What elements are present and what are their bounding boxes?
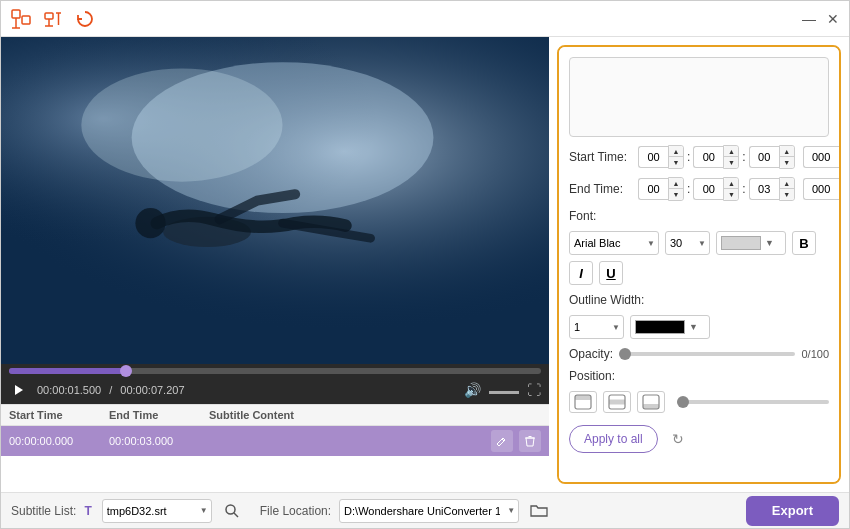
toolbar-icon-3[interactable] — [73, 7, 97, 31]
end-sec[interactable] — [749, 178, 779, 200]
start-ms-up[interactable]: ▲ — [840, 146, 841, 157]
progress-thumb — [120, 365, 132, 377]
start-hour[interactable] — [638, 146, 668, 168]
toolbar-icon-2[interactable] — [41, 7, 65, 31]
outline-row: 1 ▼ ▼ — [569, 315, 829, 339]
time-display: 00:00:01.500 — [37, 384, 101, 396]
end-time-row: End Time: ▲ ▼ : ▲ ▼ — [569, 177, 829, 201]
start-min-up[interactable]: ▲ — [724, 146, 738, 157]
left-panel: 00:00:01.500 / 00:00:07.207 🔊 ▬▬▬ ⛶ Star… — [1, 37, 549, 492]
svg-point-13 — [81, 68, 282, 181]
italic-button[interactable]: I — [569, 261, 593, 285]
opacity-slider[interactable] — [619, 352, 795, 356]
position-row — [569, 391, 829, 413]
svg-line-27 — [234, 513, 238, 517]
end-hour[interactable] — [638, 178, 668, 200]
position-mid-btn[interactable] — [603, 391, 631, 413]
close-button[interactable]: ✕ — [825, 11, 841, 27]
position-label: Position: — [569, 369, 829, 383]
subtitle-edit-btn[interactable] — [491, 430, 513, 452]
end-hour-down[interactable]: ▼ — [669, 189, 683, 200]
start-ms[interactable] — [803, 146, 839, 168]
progress-bar[interactable] — [9, 368, 541, 374]
end-hour-up[interactable]: ▲ — [669, 178, 683, 189]
total-time: 00:00:07.207 — [120, 384, 184, 396]
play-button[interactable] — [9, 380, 29, 400]
svg-rect-23 — [609, 400, 625, 405]
apply-row: Apply to all ↻ — [569, 425, 829, 453]
start-min[interactable] — [693, 146, 723, 168]
svg-point-26 — [226, 505, 235, 514]
file-path-select[interactable]: D:\Wondershare UniConverter 13\SubEdite.… — [339, 499, 519, 523]
col-end-time: End Time — [109, 409, 209, 421]
start-ms-down[interactable]: ▼ — [840, 157, 841, 168]
volume-slider-area[interactable]: ▬▬▬ — [489, 385, 519, 396]
export-button[interactable]: Export — [746, 496, 839, 526]
font-size-select[interactable]: 30 — [665, 231, 710, 255]
end-ms[interactable] — [803, 178, 839, 200]
end-min-up[interactable]: ▲ — [724, 178, 738, 189]
search-button[interactable] — [220, 499, 244, 523]
end-ms-up[interactable]: ▲ — [840, 178, 841, 189]
font-color-picker[interactable]: ▼ — [716, 231, 786, 255]
svg-rect-21 — [575, 395, 591, 400]
start-sec[interactable] — [749, 146, 779, 168]
folder-button[interactable] — [527, 499, 551, 523]
opacity-label: Opacity: — [569, 347, 613, 361]
end-ms-down[interactable]: ▼ — [840, 189, 841, 200]
toolbar-icon-1[interactable] — [9, 7, 33, 31]
start-min-down[interactable]: ▼ — [724, 157, 738, 168]
title-bar-right: — ✕ — [801, 11, 841, 27]
end-time-inputs: ▲ ▼ : ▲ ▼ : — [638, 177, 841, 201]
opacity-value: 0/100 — [801, 348, 829, 360]
end-min[interactable] — [693, 178, 723, 200]
subtitle-delete-btn[interactable] — [519, 430, 541, 452]
subtitle-text-input[interactable] — [569, 57, 829, 137]
main-content: 00:00:01.500 / 00:00:07.207 🔊 ▬▬▬ ⛶ Star… — [1, 37, 849, 492]
start-time-label: Start Time: — [569, 150, 634, 164]
font-section: Font: Arial Blac ▼ 30 ▼ — [569, 209, 829, 285]
controls-row: 00:00:01.500 / 00:00:07.207 🔊 ▬▬▬ ⛶ — [9, 380, 541, 400]
font-family-select[interactable]: Arial Blac — [569, 231, 659, 255]
refresh-button[interactable]: ↻ — [666, 427, 690, 451]
col-start-time: Start Time — [9, 409, 109, 421]
position-bot-btn[interactable] — [637, 391, 665, 413]
fullscreen-icon[interactable]: ⛶ — [527, 382, 541, 398]
progress-fill — [9, 368, 126, 374]
controls-right: 🔊 ▬▬▬ ⛶ — [464, 382, 541, 398]
file-location-label: File Location: — [260, 504, 331, 518]
start-time-row: Start Time: ▲ ▼ : ▲ ▼ — [569, 145, 829, 169]
time-separator: / — [109, 384, 112, 396]
subtitle-file-select[interactable]: tmp6D32.srt — [102, 499, 212, 523]
title-bar: — ✕ — [1, 1, 849, 37]
end-time-label: End Time: — [569, 182, 634, 196]
subtitle-list-label: Subtitle List: — [11, 504, 76, 518]
volume-icon[interactable]: 🔊 — [464, 382, 481, 398]
outline-label: Outline Width: — [569, 293, 829, 307]
svg-rect-25 — [643, 404, 659, 409]
bold-button[interactable]: B — [792, 231, 816, 255]
svg-rect-3 — [22, 16, 30, 24]
minimize-button[interactable]: — — [801, 11, 817, 27]
outline-width-select[interactable]: 1 — [569, 315, 624, 339]
subtitle-row-actions — [491, 430, 541, 452]
end-min-down[interactable]: ▼ — [724, 189, 738, 200]
start-sec-down[interactable]: ▼ — [780, 157, 794, 168]
file-path-wrapper: D:\Wondershare UniConverter 13\SubEdite.… — [339, 499, 519, 523]
outline-color-picker[interactable]: ▼ — [630, 315, 710, 339]
font-row: Arial Blac ▼ 30 ▼ ▼ — [569, 231, 829, 285]
start-hour-up[interactable]: ▲ — [669, 146, 683, 157]
color-arrow: ▼ — [765, 238, 774, 248]
start-hour-down[interactable]: ▼ — [669, 157, 683, 168]
underline-button[interactable]: U — [599, 261, 623, 285]
position-slider[interactable] — [677, 400, 829, 404]
end-sec-up[interactable]: ▲ — [780, 178, 794, 189]
position-top-btn[interactable] — [569, 391, 597, 413]
apply-to-all-button[interactable]: Apply to all — [569, 425, 658, 453]
end-sec-down[interactable]: ▼ — [780, 189, 794, 200]
font-size-wrapper: 30 ▼ — [665, 231, 710, 255]
subtitle-row[interactable]: 00:00:00.000 00:00:03.000 — [1, 426, 549, 456]
start-sec-up[interactable]: ▲ — [780, 146, 794, 157]
col-content: Subtitle Content — [209, 409, 294, 421]
subtitle-end: 00:00:03.000 — [109, 435, 209, 447]
